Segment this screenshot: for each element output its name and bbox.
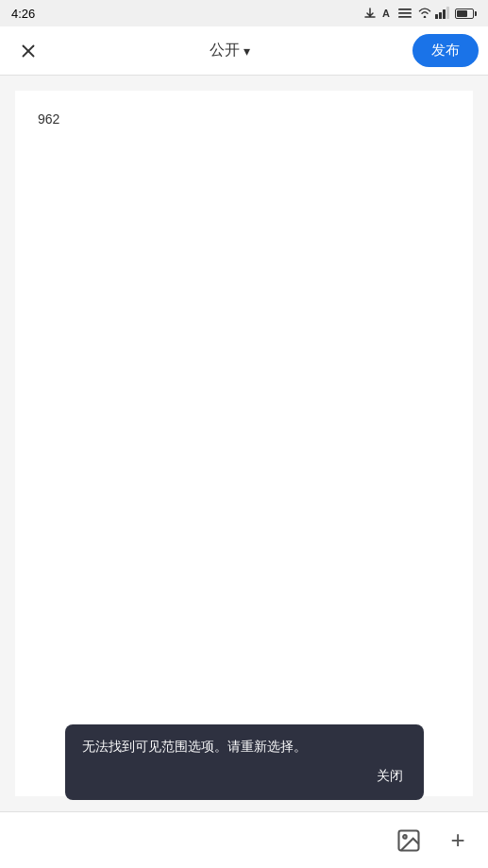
svg-rect-2 [398, 16, 412, 18]
status-bar: 4:26 A [0, 0, 488, 26]
status-icons: A [363, 5, 477, 22]
svg-rect-4 [439, 12, 442, 19]
status-time: 4:26 [11, 7, 35, 21]
toolbar-left [9, 32, 47, 70]
svg-rect-1 [398, 12, 412, 14]
menu-icon [395, 8, 414, 19]
line-number: 962 [38, 110, 450, 129]
battery-icon [455, 9, 477, 19]
add-button[interactable]: + [443, 825, 473, 856]
svg-rect-0 [398, 9, 412, 10]
snackbar-close-button[interactable]: 关闭 [373, 766, 407, 787]
svg-rect-6 [446, 7, 449, 19]
toolbar: 公开 ▾ 发布 [0, 26, 488, 76]
close-button[interactable] [9, 32, 47, 70]
snackbar: 无法找到可见范围选项。请重新选择。 关闭 [65, 724, 424, 800]
svg-point-10 [403, 835, 407, 839]
snackbar-actions: 关闭 [82, 766, 407, 787]
image-button[interactable] [394, 825, 424, 856]
chevron-down-icon: ▾ [244, 43, 250, 59]
content-area: 962 [0, 76, 488, 811]
signal-icon [435, 6, 452, 21]
snackbar-message: 无法找到可见范围选项。请重新选择。 [82, 738, 407, 757]
publish-button[interactable]: 发布 [412, 34, 479, 67]
svg-rect-5 [443, 9, 446, 19]
visibility-selector[interactable]: 公开 ▾ [210, 41, 250, 60]
bottom-bar: + [0, 811, 488, 868]
visibility-label: 公开 [210, 41, 240, 60]
download-icon [363, 7, 377, 20]
font-icon: A [379, 7, 393, 20]
svg-rect-3 [435, 14, 438, 19]
wifi-icon [417, 5, 432, 22]
editor-page[interactable]: 962 [15, 91, 473, 796]
